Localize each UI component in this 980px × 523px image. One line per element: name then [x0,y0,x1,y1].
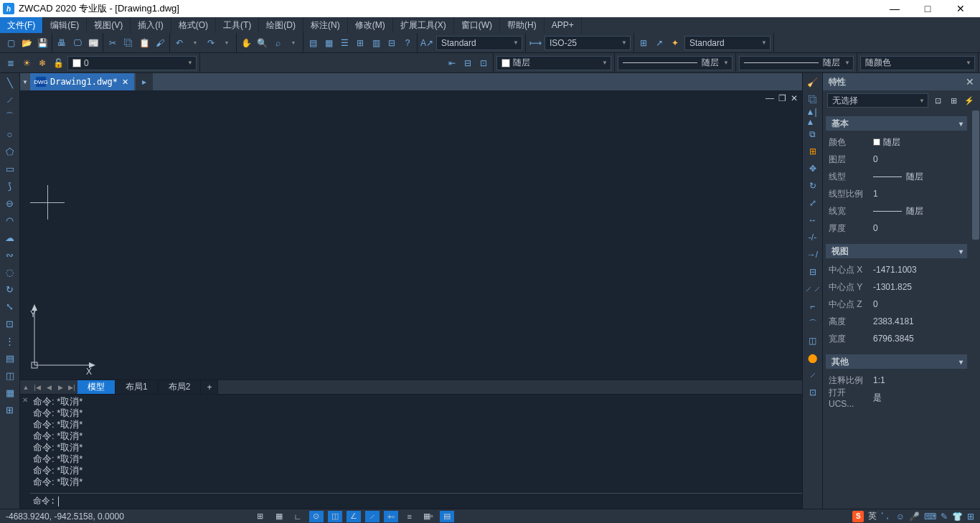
zoom-realtime-icon[interactable]: 🔍 [255,37,268,50]
polyline-icon[interactable]: ⟋ [4,93,17,106]
layer-iso-icon[interactable]: ⊟ [461,57,474,70]
maximize-button[interactable]: □ [911,0,944,17]
pan-icon[interactable]: ✋ [240,37,253,50]
section-view[interactable]: 视图 [826,244,967,258]
ime-emoji-icon[interactable]: ☺ [896,512,905,522]
ray-icon[interactable]: ↻ [4,283,17,296]
matchprop-icon[interactable]: 🖌 [154,37,166,50]
table-icon[interactable]: ▦ [4,386,17,399]
menu-insert[interactable]: 插入(I) [131,17,171,33]
mirror-icon[interactable]: ▲|▲ [806,110,819,123]
table-style-icon[interactable]: ⊞ [637,37,650,50]
break-icon[interactable]: ⊟ [806,265,819,278]
cycling-icon[interactable]: ≡ [402,511,417,522]
stretch-icon[interactable]: ↔ [806,214,819,227]
layout-tab-1[interactable]: 布局1 [116,380,159,395]
design-center-icon[interactable]: ⊞ [354,37,367,50]
ime-skin-icon[interactable]: 👕 [952,512,963,522]
erase-icon[interactable]: 🧹 [806,76,819,89]
layer-freeze-icon[interactable]: ❄ [36,57,49,70]
prop-val-thickness[interactable]: 0 [873,223,964,233]
selection-filter-select[interactable]: 无选择 [827,93,928,108]
dim-style-select[interactable]: ISO-25 [545,36,631,50]
move-icon[interactable]: ✥ [806,162,819,175]
chamfer-icon[interactable]: ⌐ [806,300,819,313]
text-style-icon[interactable]: A↗ [420,37,433,50]
point-icon[interactable]: ◌ [4,265,17,278]
canvas-restore-icon[interactable]: ❐ [778,93,786,103]
redo-icon[interactable]: ↷ [204,37,217,50]
toggle-pickadd-icon[interactable]: ⚡ [963,94,976,107]
table-style-select[interactable]: Standard [684,36,771,50]
menu-help[interactable]: 帮助(H) [500,17,545,33]
trim-icon[interactable]: -/- [806,231,819,244]
prop-val-color[interactable]: 随层 [873,136,964,149]
section-other[interactable]: 其他 [826,354,967,369]
region-icon[interactable]: ◫ [4,369,17,382]
dyn-input-icon[interactable]: ⟋ [365,511,380,522]
prop-val-centerx[interactable]: -1471.1003 [873,265,964,275]
menu-annotate[interactable]: 标注(N) [303,17,348,33]
block-insert-icon[interactable]: ⊡ [4,317,17,330]
osnap-icon[interactable]: ◫ [328,511,342,522]
ellipse-arc-icon[interactable]: ◠ [4,214,17,227]
print-icon[interactable]: 🖶 [55,37,68,50]
status-coordinates[interactable]: -4683.9240, -942.5158, 0.0000 [6,512,124,522]
dim-style-icon[interactable]: ⟼ [529,37,542,50]
layout-tab-2[interactable]: 布局2 [159,380,202,395]
gradient-icon[interactable]: ⊞ [4,403,17,416]
hatch-icon[interactable]: ▤ [4,352,17,364]
polar-icon[interactable]: ⊙ [309,511,324,522]
undo-icon[interactable]: ↶ [173,37,186,50]
select-objects-icon[interactable]: ⊞ [947,94,960,107]
arc-icon[interactable]: ⌒ [4,110,17,123]
drawing-canvas[interactable]: — ❐ ✕ Y X [20,90,802,380]
menu-appplus[interactable]: APP+ [545,17,582,33]
ellipse-icon[interactable]: ⊖ [4,197,17,209]
grid-display-icon[interactable]: ▦ [272,511,286,522]
annotation-scale-icon[interactable]: ✦ [669,37,682,50]
properties-close-icon[interactable]: ✕ [966,76,974,88]
cut-icon[interactable]: ✂ [106,37,119,50]
line-icon[interactable]: ╲ [4,76,17,89]
transparency-icon[interactable]: ▦▫ [421,511,435,522]
minimize-button[interactable]: — [878,0,911,17]
donut-icon[interactable]: ∾ [4,248,17,261]
prop-val-ltscale[interactable]: 1 [873,189,964,199]
menu-extend[interactable]: 扩展工具(X) [393,17,454,33]
block-editor-icon[interactable]: ▦ [322,37,335,50]
command-input[interactable]: 命令: [30,493,802,509]
xline-icon[interactable]: ⤡ [4,300,17,313]
paste-icon[interactable]: 📋 [138,37,151,50]
model-space-icon[interactable]: ▤ [440,511,454,522]
layer-walk-icon[interactable]: ⊡ [477,57,490,70]
copy-icon[interactable]: ⿻ [122,37,135,50]
ime-lang[interactable]: 英 [868,510,877,522]
lineweight-display-icon[interactable]: +▫ [384,511,398,522]
open-icon[interactable]: 📂 [20,37,33,50]
scale-icon[interactable]: ⤢ [806,197,819,209]
ortho-icon[interactable]: ∟ [291,511,305,522]
layer-previous-icon[interactable]: ⇤ [446,57,458,70]
plotstyle-select[interactable]: 随颜色 [860,56,975,70]
mleader-style-icon[interactable]: ↗ [653,37,666,50]
color-select[interactable]: 随层 [496,56,611,70]
prop-val-centery[interactable]: -1301.825 [873,282,964,292]
array-icon[interactable]: ⊞ [806,145,819,158]
align-icon[interactable]: ⊡ [806,386,819,399]
redo-dropdown-icon[interactable]: ▼ [220,37,233,50]
rotate-icon[interactable]: ↻ [806,179,819,192]
ime-punct-icon[interactable]: '， [881,510,891,522]
document-tab[interactable]: DWG Drawing1.dwg* ✕ [30,73,134,90]
rectangle-icon[interactable]: ▭ [4,162,17,175]
layer-properties-icon[interactable]: ▤ [306,37,319,50]
circle-icon[interactable]: ○ [4,128,17,141]
undo-dropdown-icon[interactable]: ▼ [189,37,202,50]
menu-tools[interactable]: 工具(T) [216,17,259,33]
save-icon[interactable]: 💾 [36,37,49,50]
lineweight-select[interactable]: 随层 [739,56,854,70]
ime-tools-icon[interactable]: ✎ [941,512,948,522]
prop-val-annoscale[interactable]: 1:1 [873,375,964,385]
prop-val-centerz[interactable]: 0 [873,299,964,309]
render-icon[interactable]: ⬤ [806,352,819,364]
